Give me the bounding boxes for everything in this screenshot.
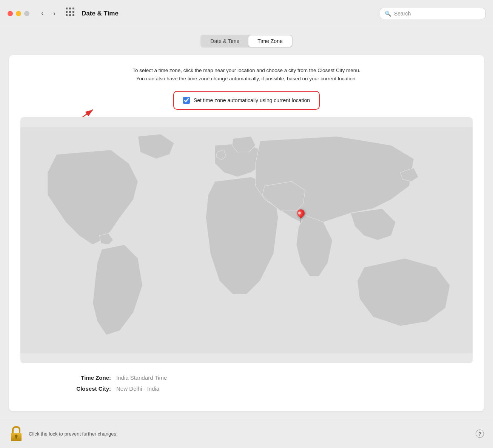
checkbox-label: Set time zone automatically using curren… — [194, 97, 310, 103]
back-button[interactable]: ‹ — [37, 8, 48, 19]
lock-label: Click the lock to prevent further change… — [29, 431, 118, 437]
tabs: Date & Time Time Zone — [200, 35, 292, 48]
grid-dot — [72, 14, 74, 16]
grid-dot — [72, 8, 74, 9]
checkbox-highlighted-box: Set time zone automatically using curren… — [173, 91, 320, 110]
maximize-button[interactable] — [24, 11, 29, 16]
timezone-value: India Standard Time — [116, 374, 167, 381]
grid-dot — [69, 8, 71, 9]
location-pin — [297, 209, 305, 223]
titlebar: ‹ › Date & Time 🔍 — [0, 0, 493, 27]
grid-menu-button[interactable] — [64, 8, 76, 20]
city-value: New Delhi - India — [116, 385, 159, 392]
bottom-bar: Click the lock to prevent further change… — [0, 419, 493, 448]
help-button[interactable]: ? — [476, 430, 484, 438]
city-label: Closest City: — [58, 385, 111, 392]
tab-date-time[interactable]: Date & Time — [201, 35, 248, 47]
world-map-container[interactable] — [20, 117, 473, 363]
info-section: Time Zone: India Standard Time Closest C… — [20, 371, 473, 400]
svg-rect-5 — [15, 436, 17, 439]
timezone-row: Time Zone: India Standard Time — [58, 374, 473, 381]
grid-dot — [66, 11, 68, 13]
world-map-svg — [20, 117, 473, 363]
close-button[interactable] — [8, 11, 13, 16]
main-content: Date & Time Time Zone To select a time z… — [0, 27, 493, 419]
search-icon: 🔍 — [385, 11, 391, 17]
window: ‹ › Date & Time 🔍 Date & Time Time Zone — [0, 0, 493, 448]
grid-dot — [66, 8, 68, 9]
grid-dot — [66, 14, 68, 16]
search-box[interactable]: 🔍 — [380, 8, 485, 19]
description-text: To select a time zone, click the map nea… — [20, 66, 473, 83]
grid-dot — [72, 11, 74, 13]
page-title: Date & Time — [82, 10, 119, 17]
checkbox-area: Set time zone automatically using curren… — [20, 91, 473, 110]
content-panel: To select a time zone, click the map nea… — [9, 55, 484, 411]
city-row: Closest City: New Delhi - India — [58, 385, 473, 392]
lock-icon — [9, 425, 23, 442]
auto-timezone-checkbox[interactable] — [183, 97, 190, 104]
search-input[interactable] — [394, 11, 481, 17]
traffic-lights — [8, 11, 29, 16]
padlock-icon — [9, 425, 23, 442]
tab-time-zone[interactable]: Time Zone — [248, 35, 291, 47]
grid-dot — [69, 11, 71, 13]
lock-area[interactable]: Click the lock to prevent further change… — [9, 425, 118, 442]
minimize-button[interactable] — [16, 11, 21, 16]
timezone-label: Time Zone: — [58, 374, 111, 381]
nav-buttons: ‹ › — [37, 8, 60, 19]
grid-dot — [69, 14, 71, 16]
tabs-container: Date & Time Time Zone — [9, 35, 484, 48]
forward-button[interactable]: › — [49, 8, 60, 19]
